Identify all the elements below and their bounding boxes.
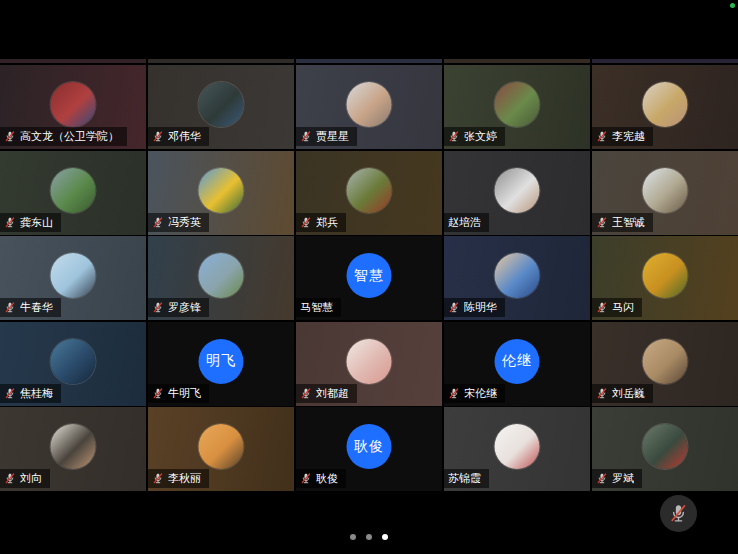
participant-nameplate: 罗彦锋 xyxy=(148,298,209,317)
participant-avatar xyxy=(51,424,96,469)
mic-muted-icon xyxy=(300,130,312,143)
participant-nameplate: 耿俊 xyxy=(296,469,346,488)
participant-name: 赵培浩 xyxy=(448,215,481,230)
participant-nameplate: 苏锦霞 xyxy=(444,469,489,488)
previous-row-sliver xyxy=(0,59,738,63)
participant-avatar xyxy=(643,168,688,213)
participant-name: 罗彦锋 xyxy=(168,300,201,315)
participant-avatar: 智慧 xyxy=(347,253,392,298)
participant-tile[interactable]: 焦桂梅 xyxy=(0,322,146,406)
participant-avatar xyxy=(347,339,392,384)
participant-tile[interactable]: 邓伟华 xyxy=(148,65,294,149)
mic-muted-icon xyxy=(596,301,608,314)
mic-mute-button[interactable] xyxy=(660,495,697,532)
mic-muted-icon xyxy=(4,130,16,143)
participant-tile[interactable]: 明飞 牛明飞 xyxy=(148,322,294,406)
participant-avatar xyxy=(51,168,96,213)
previous-tile-sliver xyxy=(0,59,146,63)
participant-nameplate: 刘都超 xyxy=(296,384,357,403)
previous-tile-sliver xyxy=(444,59,590,63)
participant-tile[interactable]: 龚东山 xyxy=(0,151,146,235)
mic-muted-icon xyxy=(596,130,608,143)
participant-tile[interactable]: 李宪越 xyxy=(592,65,738,149)
participant-nameplate: 王智诚 xyxy=(592,213,653,232)
participant-avatar: 明飞 xyxy=(199,339,244,384)
participant-nameplate: 郑兵 xyxy=(296,213,346,232)
participant-tile[interactable]: 冯秀英 xyxy=(148,151,294,235)
participant-tile[interactable]: 伦继 宋伦继 xyxy=(444,322,590,406)
participant-tile[interactable]: 刘都超 xyxy=(296,322,442,406)
participant-nameplate: 邓伟华 xyxy=(148,127,209,146)
participant-name: 苏锦霞 xyxy=(448,471,481,486)
mic-muted-icon xyxy=(448,387,460,400)
participant-name: 焦桂梅 xyxy=(20,386,53,401)
participant-tile[interactable]: 王智诚 xyxy=(592,151,738,235)
participant-nameplate: 张文婷 xyxy=(444,127,505,146)
participant-tile[interactable]: 贾星星 xyxy=(296,65,442,149)
participant-tile[interactable]: 高文龙（公卫学院） xyxy=(0,65,146,149)
participant-name: 刘都超 xyxy=(316,386,349,401)
participant-tile[interactable]: 罗彦锋 xyxy=(148,236,294,320)
participant-avatar xyxy=(495,82,540,127)
mic-muted-icon xyxy=(300,216,312,229)
meeting-screen: 高文龙（公卫学院） 邓伟华 xyxy=(0,0,738,554)
participant-name: 刘岳巍 xyxy=(612,386,645,401)
mic-muted-icon xyxy=(448,130,460,143)
participant-nameplate: 刘向 xyxy=(0,469,50,488)
previous-tile-sliver xyxy=(148,59,294,63)
participant-name: 龚东山 xyxy=(20,215,53,230)
participant-name: 耿俊 xyxy=(316,471,338,486)
page-dot-active xyxy=(382,534,388,540)
participant-avatar xyxy=(51,82,96,127)
participant-avatar xyxy=(347,82,392,127)
participant-tile[interactable]: 牛春华 xyxy=(0,236,146,320)
page-dot xyxy=(350,534,356,540)
avatar-initials: 明飞 xyxy=(206,352,236,370)
mic-muted-icon xyxy=(152,216,164,229)
participant-name: 宋伦继 xyxy=(464,386,497,401)
mic-muted-icon xyxy=(152,472,164,485)
participant-nameplate: 冯秀英 xyxy=(148,213,209,232)
participant-nameplate: 陈明华 xyxy=(444,298,505,317)
previous-tile-sliver xyxy=(592,59,738,63)
participant-avatar xyxy=(51,339,96,384)
participant-tile[interactable]: 智慧 马智慧 xyxy=(296,236,442,320)
mic-muted-icon xyxy=(4,387,16,400)
participant-tile[interactable]: 赵培浩 xyxy=(444,151,590,235)
mic-muted-icon xyxy=(4,216,16,229)
participant-tile[interactable]: 苏锦霞 xyxy=(444,407,590,491)
participant-name: 刘向 xyxy=(20,471,42,486)
participant-name: 陈明华 xyxy=(464,300,497,315)
participant-tile[interactable]: 陈明华 xyxy=(444,236,590,320)
participant-tile[interactable]: 张文婷 xyxy=(444,65,590,149)
participant-tile[interactable]: 耿俊 耿俊 xyxy=(296,407,442,491)
participant-nameplate: 焦桂梅 xyxy=(0,384,61,403)
camera-active-dot xyxy=(730,3,735,8)
participant-name: 邓伟华 xyxy=(168,129,201,144)
participant-tile[interactable]: 马闪 xyxy=(592,236,738,320)
participant-nameplate: 龚东山 xyxy=(0,213,61,232)
participant-avatar xyxy=(51,253,96,298)
participant-tile[interactable]: 刘岳巍 xyxy=(592,322,738,406)
mic-muted-icon xyxy=(596,387,608,400)
participant-nameplate: 罗斌 xyxy=(592,469,642,488)
mic-muted-icon xyxy=(300,387,312,400)
participant-tile[interactable]: 罗斌 xyxy=(592,407,738,491)
mic-muted-icon xyxy=(4,472,16,485)
participants-grid: 高文龙（公卫学院） 邓伟华 xyxy=(0,65,738,491)
participant-name: 王智诚 xyxy=(612,215,645,230)
participant-nameplate: 宋伦继 xyxy=(444,384,505,403)
mic-muted-icon xyxy=(596,472,608,485)
participant-avatar xyxy=(199,424,244,469)
avatar-initials: 伦继 xyxy=(502,352,532,370)
participant-avatar xyxy=(495,424,540,469)
mic-muted-icon xyxy=(300,472,312,485)
participant-nameplate: 牛春华 xyxy=(0,298,61,317)
page-dot xyxy=(366,534,372,540)
participant-tile[interactable]: 郑兵 xyxy=(296,151,442,235)
participant-tile[interactable]: 刘向 xyxy=(0,407,146,491)
participant-name: 马智慧 xyxy=(300,300,333,315)
participant-name: 贾星星 xyxy=(316,129,349,144)
participant-tile[interactable]: 李秋丽 xyxy=(148,407,294,491)
participant-nameplate: 贾星星 xyxy=(296,127,357,146)
